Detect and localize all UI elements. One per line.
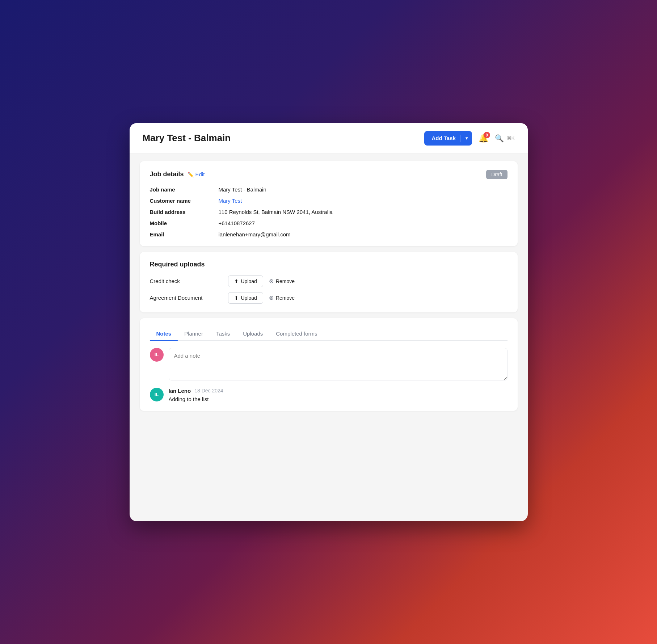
- field-value-mobile: +61410872627: [219, 220, 508, 226]
- avatar-input: IL: [150, 348, 164, 362]
- edit-link[interactable]: ✏️ Edit: [188, 171, 205, 177]
- field-label-job-name: Job name: [150, 186, 215, 193]
- avatar-comment: IL: [150, 388, 164, 401]
- remove-icon-agreement: ⊗: [269, 294, 274, 301]
- tab-uploads[interactable]: Uploads: [236, 327, 269, 340]
- uploads-card-header: Required uploads: [150, 261, 508, 268]
- card-title-row: Job details ✏️ Edit: [150, 171, 205, 178]
- note-content-0: Ian Leno 18 Dec 2024 Adding to the list: [169, 388, 508, 402]
- status-badge: Draft: [486, 170, 507, 179]
- content-area: Job details ✏️ Edit Draft Job name Mary …: [130, 154, 528, 418]
- field-label-email: Email: [150, 231, 215, 237]
- upload-icon: ⬆: [234, 278, 239, 284]
- header: Mary Test - Balmain Add Task ▾ 🔔 9 🔍 ⌘K: [130, 123, 528, 154]
- add-task-button[interactable]: Add Task ▾: [424, 131, 472, 146]
- avatar-input-initials: IL: [155, 352, 159, 357]
- remove-label-credit-check: Remove: [276, 278, 295, 284]
- upload-row-agreement: Agreement Document ⬆ Upload ⊗ Remove: [150, 292, 508, 304]
- notification-button[interactable]: 🔔 9: [479, 134, 488, 143]
- uploads-table: Credit check ⬆ Upload ⊗ Remove Agreement…: [150, 275, 508, 304]
- note-meta-0: Ian Leno 18 Dec 2024: [169, 388, 508, 394]
- field-value-job-name: Mary Test - Balmain: [219, 186, 508, 193]
- notification-badge: 9: [484, 132, 490, 138]
- upload-btn-label-credit-check: Upload: [241, 278, 257, 284]
- required-uploads-card: Required uploads Credit check ⬆ Upload ⊗…: [140, 252, 518, 312]
- edit-label: Edit: [195, 171, 205, 177]
- job-details-card: Job details ✏️ Edit Draft Job name Mary …: [140, 161, 518, 246]
- upload-btn-label-agreement: Upload: [241, 295, 257, 301]
- field-value-email: ianlenehan+mary@gmail.com: [219, 231, 508, 237]
- upload-button-credit-check[interactable]: ⬆ Upload: [228, 275, 263, 287]
- field-value-customer-name[interactable]: Mary Test: [219, 198, 508, 204]
- field-value-build-address: 110 Reynolds St, Balmain NSW 2041, Austr…: [219, 209, 508, 215]
- notes-card: Notes Planner Tasks Uploads Completed fo…: [140, 318, 518, 411]
- avatar-comment-initials: IL: [155, 392, 159, 397]
- note-input-row: IL: [150, 348, 508, 380]
- header-actions: Add Task ▾ 🔔 9 🔍 ⌘K: [424, 131, 514, 146]
- job-details-table: Job name Mary Test - Balmain Customer na…: [150, 186, 508, 237]
- remove-button-credit-check[interactable]: ⊗ Remove: [269, 278, 295, 285]
- tab-notes[interactable]: Notes: [150, 327, 178, 340]
- note-text-0: Adding to the list: [169, 396, 508, 402]
- field-label-mobile: Mobile: [150, 220, 215, 226]
- upload-row-credit-check: Credit check ⬆ Upload ⊗ Remove: [150, 275, 508, 287]
- note-input[interactable]: [169, 348, 508, 380]
- field-label-customer-name: Customer name: [150, 198, 215, 204]
- remove-icon-credit-check: ⊗: [269, 278, 274, 285]
- job-details-title: Job details: [150, 171, 184, 178]
- note-entry-0: IL Ian Leno 18 Dec 2024 Adding to the li…: [150, 388, 508, 402]
- required-uploads-title: Required uploads: [150, 261, 205, 268]
- search-area[interactable]: 🔍 ⌘K: [495, 134, 515, 143]
- field-label-build-address: Build address: [150, 209, 215, 215]
- card-header: Job details ✏️ Edit Draft: [150, 170, 508, 179]
- edit-icon: ✏️: [188, 172, 194, 177]
- remove-button-agreement[interactable]: ⊗ Remove: [269, 294, 295, 301]
- tab-tasks[interactable]: Tasks: [210, 327, 236, 340]
- btn-divider: [460, 135, 460, 142]
- tab-completed-forms[interactable]: Completed forms: [269, 327, 324, 340]
- chevron-down-icon: ▾: [461, 136, 472, 141]
- search-shortcut: ⌘K: [507, 135, 515, 141]
- upload-label-credit-check: Credit check: [150, 278, 222, 284]
- remove-label-agreement: Remove: [276, 295, 295, 301]
- upload-button-agreement[interactable]: ⬆ Upload: [228, 292, 263, 304]
- add-task-label: Add Task: [431, 135, 459, 141]
- upload-label-agreement: Agreement Document: [150, 295, 222, 301]
- tabs-row: Notes Planner Tasks Uploads Completed fo…: [150, 327, 508, 341]
- note-date-0: 18 Dec 2024: [194, 388, 223, 393]
- upload-icon-agreement: ⬆: [234, 295, 239, 301]
- search-icon: 🔍: [495, 134, 504, 143]
- note-author-0: Ian Leno: [169, 388, 191, 394]
- tab-planner[interactable]: Planner: [178, 327, 210, 340]
- page-title: Mary Test - Balmain: [143, 132, 231, 144]
- main-card: Mary Test - Balmain Add Task ▾ 🔔 9 🔍 ⌘K …: [130, 123, 528, 521]
